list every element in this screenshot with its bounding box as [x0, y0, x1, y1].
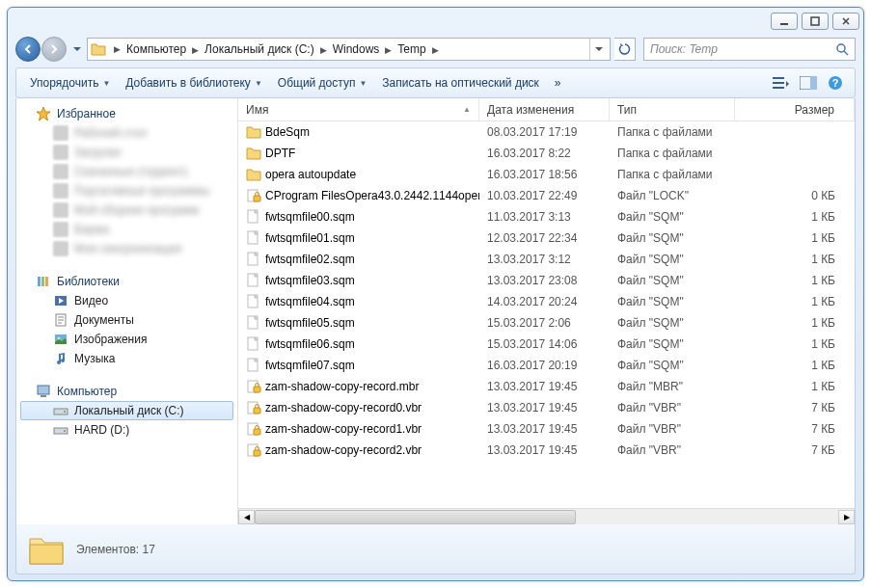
- file-row[interactable]: zam-shadow-copy-record0.vbr13.03.2017 19…: [238, 397, 855, 418]
- sidebar-item-Документы[interactable]: Документы: [16, 310, 237, 330]
- history-dropdown[interactable]: [71, 37, 83, 62]
- library-icon: [53, 293, 68, 308]
- forward-button[interactable]: [41, 37, 67, 62]
- file-row[interactable]: CProgram FilesOpera43.0.2442.1144opera..…: [238, 185, 855, 206]
- sidebar-computer[interactable]: Компьютер: [16, 382, 237, 401]
- sidebar-libraries[interactable]: Библиотеки: [16, 272, 237, 291]
- horizontal-scrollbar[interactable]: ◀ ▶: [238, 508, 855, 524]
- sidebar-item[interactable]: Портативные программы: [16, 181, 237, 200]
- crumb-1[interactable]: Локальный диск (C:): [203, 42, 316, 56]
- library-icon: [53, 332, 68, 347]
- file-icon: [246, 358, 261, 373]
- svg-rect-0: [780, 23, 788, 25]
- file-row[interactable]: fwtsqmfile07.sqm16.03.2017 20:19Файл "SQ…: [238, 355, 855, 376]
- star-icon: [36, 106, 51, 121]
- folder-icon: [246, 124, 261, 140]
- file-pane: Имя▲ Дата изменения Тип Размер BdeSqm08.…: [238, 98, 855, 524]
- crumb-sep[interactable]: ▶: [428, 45, 443, 55]
- view-options-button[interactable]: [770, 71, 793, 94]
- svg-rect-18: [41, 395, 46, 397]
- scroll-right-button[interactable]: ▶: [838, 510, 855, 524]
- sidebar-item[interactable]: Рабочий стол: [16, 123, 237, 143]
- status-count: Элементов: 17: [76, 543, 155, 556]
- file-list[interactable]: BdeSqm08.03.2017 17:19Папка с файламиDPT…: [238, 121, 855, 508]
- svg-rect-24: [254, 196, 260, 201]
- crumb-0[interactable]: Компьютер: [124, 42, 188, 56]
- sidebar-item[interactable]: Мой сборник программ: [16, 200, 237, 220]
- computer-icon: [36, 384, 51, 399]
- crumb-2[interactable]: Windows: [331, 42, 382, 56]
- titlebar: [8, 8, 863, 35]
- file-icon: [246, 209, 261, 225]
- crumb-sep[interactable]: ▶: [381, 45, 395, 55]
- column-type[interactable]: Тип: [610, 98, 735, 120]
- file-row[interactable]: fwtsqmfile05.sqm15.03.2017 2:06Файл "SQM…: [238, 312, 855, 334]
- organize-button[interactable]: Упорядочить▼: [22, 72, 118, 94]
- share-button[interactable]: Общий доступ▼: [270, 72, 375, 94]
- svg-rect-17: [38, 386, 49, 394]
- sidebar-item-Изображения[interactable]: Изображения: [16, 330, 237, 349]
- close-button[interactable]: [832, 13, 859, 30]
- file-icon: [246, 336, 261, 352]
- refresh-button[interactable]: [614, 38, 636, 61]
- svg-rect-38: [254, 429, 260, 435]
- file-row[interactable]: fwtsqmfile00.sqm11.03.2017 3:13Файл "SQM…: [238, 206, 855, 227]
- scroll-left-button[interactable]: ◀: [238, 510, 255, 524]
- minimize-button[interactable]: [771, 13, 798, 30]
- lock-icon: [246, 400, 261, 415]
- maximize-button[interactable]: [802, 13, 829, 30]
- svg-point-22: [64, 430, 66, 432]
- lock-icon: [246, 442, 261, 458]
- search-input[interactable]: Поиск: Temp: [643, 38, 856, 61]
- scroll-thumb[interactable]: [255, 510, 576, 524]
- file-row[interactable]: zam-shadow-copy-record2.vbr13.03.2017 19…: [238, 440, 855, 461]
- file-icon: [246, 294, 261, 309]
- include-button[interactable]: Добавить в библиотеку▼: [118, 72, 269, 94]
- sidebar-item[interactable]: Загрузки: [16, 143, 237, 162]
- back-button[interactable]: [15, 37, 41, 62]
- sidebar-drive[interactable]: HARD (D:): [16, 420, 237, 440]
- sidebar-item-Видео[interactable]: Видео: [16, 291, 237, 310]
- file-row[interactable]: zam-shadow-copy-record.mbr13.03.2017 19:…: [238, 376, 855, 397]
- drive-icon: [53, 403, 68, 418]
- file-row[interactable]: BdeSqm08.03.2017 17:19Папка с файлами: [238, 121, 855, 143]
- address-dropdown[interactable]: [589, 39, 607, 60]
- file-row[interactable]: DPTF16.03.2017 8:22Папка с файлами: [238, 143, 855, 164]
- file-row[interactable]: fwtsqmfile01.sqm12.03.2017 22:34Файл "SQ…: [238, 227, 855, 249]
- libraries-icon: [36, 274, 51, 289]
- toolbar: Упорядочить▼ Добавить в библиотеку▼ Общи…: [15, 67, 856, 98]
- column-name[interactable]: Имя▲: [238, 98, 479, 120]
- file-icon: [246, 273, 261, 288]
- file-row[interactable]: fwtsqmfile02.sqm13.03.2017 3:12Файл "SQM…: [238, 249, 855, 270]
- crumb-sep[interactable]: ▶: [316, 45, 331, 55]
- column-size[interactable]: Размер: [735, 98, 855, 120]
- sidebar-item[interactable]: Скачанные (торрент): [16, 162, 237, 181]
- sidebar-item[interactable]: Биржа: [16, 220, 237, 239]
- svg-rect-1: [811, 17, 819, 25]
- sidebar-item-Музыка[interactable]: Музыка: [16, 349, 237, 368]
- toolbar-overflow[interactable]: »: [547, 72, 569, 94]
- file-row[interactable]: opera autoupdate16.03.2017 18:56Папка с …: [238, 164, 855, 185]
- svg-rect-5: [773, 87, 784, 89]
- preview-pane-button[interactable]: [797, 71, 820, 94]
- folder-icon: [246, 146, 261, 161]
- file-row[interactable]: zam-shadow-copy-record1.vbr13.03.2017 19…: [238, 418, 855, 440]
- file-row[interactable]: fwtsqmfile04.sqm14.03.2017 20:24Файл "SQ…: [238, 291, 855, 312]
- crumb-sep[interactable]: ▶: [188, 45, 203, 55]
- svg-text:?: ?: [832, 77, 839, 89]
- crumb-3[interactable]: Temp: [395, 42, 427, 56]
- svg-rect-3: [773, 77, 784, 79]
- sidebar-drive[interactable]: Локальный диск (C:): [20, 401, 233, 420]
- burn-button[interactable]: Записать на оптический диск: [374, 72, 547, 94]
- navigation-pane[interactable]: Избранное Рабочий столЗагрузкиСкачанные …: [16, 98, 238, 524]
- sidebar-item[interactable]: Моя синхронизация: [16, 239, 237, 258]
- file-row[interactable]: fwtsqmfile06.sqm15.03.2017 14:06Файл "SQ…: [238, 334, 855, 355]
- breadcrumb[interactable]: ▶ Компьютер▶Локальный диск (C:)▶Windows▶…: [87, 38, 611, 61]
- column-date[interactable]: Дата изменения: [479, 98, 610, 120]
- folder-icon: [53, 164, 68, 179]
- file-row[interactable]: fwtsqmfile03.sqm13.03.2017 23:08Файл "SQ…: [238, 270, 855, 291]
- lock-icon: [246, 421, 261, 437]
- svg-rect-10: [38, 277, 41, 286]
- sidebar-favorites[interactable]: Избранное: [16, 104, 237, 123]
- help-button[interactable]: ?: [824, 71, 847, 94]
